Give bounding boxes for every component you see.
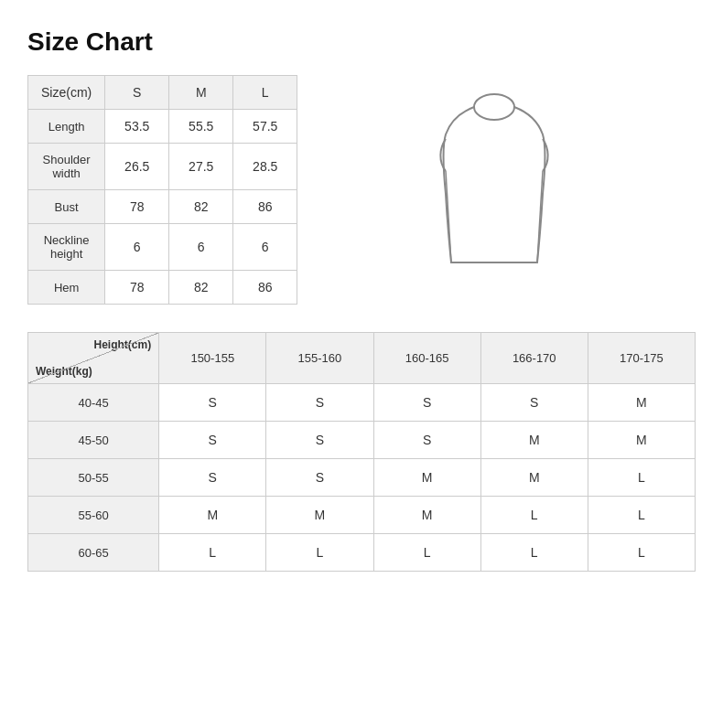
fit-row-label: 45-50 [28,422,159,459]
size-row-label: Bust [28,190,105,224]
size-value-s: 6 [105,224,169,271]
fit-table-row: 60-65LLLLL [28,534,696,572]
fit-table-header-row: Height(cm) Weight(kg) 150-155 155-160 16… [28,333,696,384]
fit-table: Height(cm) Weight(kg) 150-155 155-160 16… [27,332,696,572]
fit-value-col0: S [159,422,266,459]
fit-row-label: 60-65 [28,534,159,572]
fit-value-col4: M [588,422,695,459]
fit-value-col3: L [480,497,588,534]
size-value-m: 6 [169,224,233,271]
fit-value-col4: L [588,459,695,497]
size-value-s: 53.5 [105,110,169,144]
size-row-label: Length [28,110,105,144]
size-value-l: 6 [233,224,297,271]
garment-illustration [435,84,554,288]
fit-col-166-170: 166-170 [480,333,588,384]
fit-value-col4: M [588,384,695,422]
size-table-row: Hem788286 [28,271,407,305]
fit-value-col1: S [266,422,373,459]
size-value-l: 28.5 [233,144,297,190]
fit-value-col0: S [159,459,266,497]
svg-point-0 [474,94,514,120]
fit-value-col3: L [480,534,588,572]
fit-value-col0: S [159,384,266,422]
fit-value-col3: M [480,422,588,459]
fit-table-row: 45-50SSSMM [28,422,696,459]
fit-value-col4: L [588,534,695,572]
size-table-row: Length53.555.557.5 [28,110,407,144]
size-value-s: 78 [105,271,169,305]
fit-value-col0: M [159,497,266,534]
size-value-m: 82 [169,190,233,224]
size-row-label: Neckline height [28,224,105,271]
m-col-header: M [169,76,233,110]
size-row-label: Hem [28,271,105,305]
fit-table-row: 40-45SSSSM [28,384,696,422]
fit-col-150-155: 150-155 [159,333,266,384]
fit-value-col2: M [373,497,480,534]
fit-col-155-160: 155-160 [266,333,373,384]
fit-table-row: 55-60MMMLL [28,497,696,534]
fit-row-label: 50-55 [28,459,159,497]
fit-row-label: 55-60 [28,497,159,534]
size-value-m: 27.5 [169,144,233,190]
size-value-s: 26.5 [105,144,169,190]
fit-value-col2: S [373,422,480,459]
size-table: Size(cm) S M L Length53.555.557.5Shoulde… [27,75,407,305]
fit-value-col3: S [480,384,588,422]
size-value-l: 86 [233,271,297,305]
fit-row-label: 40-45 [28,384,159,422]
fit-col-160-165: 160-165 [373,333,480,384]
fit-table-row: 50-55SSMML [28,459,696,497]
size-value-l: 57.5 [233,110,297,144]
fit-value-col1: M [266,497,373,534]
size-col-header: Size(cm) [28,76,105,110]
extra-col-header [297,76,407,110]
corner-header: Height(cm) Weight(kg) [28,333,159,384]
fit-value-col2: S [373,384,480,422]
size-value-l: 86 [233,190,297,224]
size-value-s: 78 [105,190,169,224]
size-table-row: Neckline height666 [28,224,407,271]
fit-value-col4: L [588,497,695,534]
fit-value-col3: M [480,459,588,497]
size-value-m: 82 [169,271,233,305]
page-title: Size Chart [27,27,696,57]
fit-value-col2: L [373,534,480,572]
size-table-row: Shoulder width26.527.528.5 [28,144,407,190]
s-col-header: S [105,76,169,110]
corner-bottom-label: Weight(kg) [36,365,92,378]
fit-value-col1: L [266,534,373,572]
l-col-header: L [233,76,297,110]
fit-value-col2: M [373,459,480,497]
size-chart-wrapper: Size(cm) S M L Length53.555.557.5Shoulde… [27,75,696,305]
fit-value-col1: S [266,384,373,422]
size-table-row: Bust788286 [28,190,407,224]
size-value-m: 55.5 [169,110,233,144]
size-row-label: Shoulder width [28,144,105,190]
corner-top-label: Height(cm) [94,338,152,351]
fit-value-col1: S [266,459,373,497]
size-table-header-row: Size(cm) S M L [28,76,407,110]
fit-col-170-175: 170-175 [588,333,695,384]
fit-value-col0: L [159,534,266,572]
